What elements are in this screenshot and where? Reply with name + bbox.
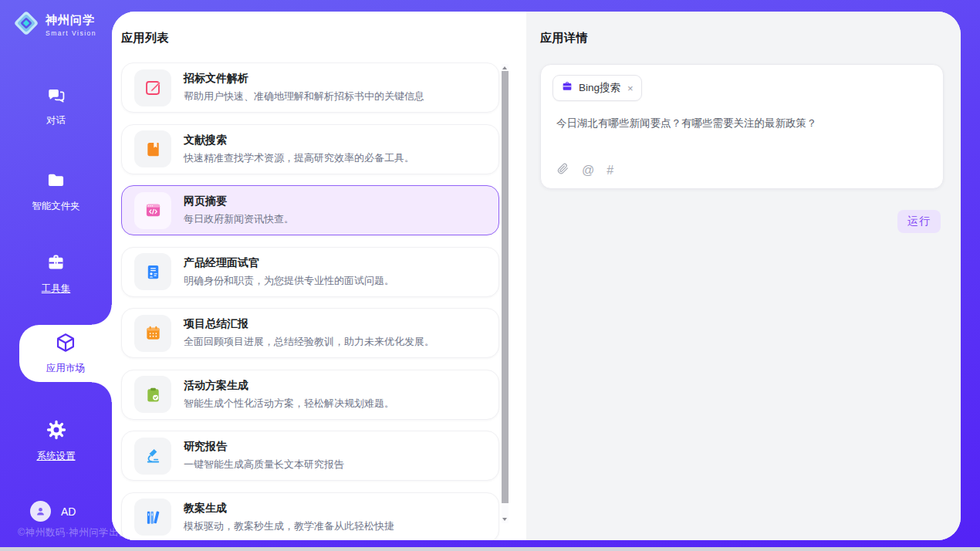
app-name: 教案生成	[184, 502, 394, 516]
folder-icon	[46, 170, 66, 194]
app-name: 文献搜索	[184, 134, 414, 147]
app-description: 模板驱动，教案秒生成，教学准备从此轻松快捷	[184, 519, 394, 533]
sidebar-item-toolset[interactable]: 工具集	[0, 252, 112, 296]
bottom-edge-strip	[0, 547, 980, 551]
app-name: 项目总结汇报	[184, 317, 434, 331]
app-name: 研究报告	[184, 440, 344, 454]
tool-chip-bing-search[interactable]: Bing搜索 ×	[553, 75, 642, 101]
sidebar: 神州问学 Smart Vision 对话 智能文件夹	[0, 0, 112, 551]
briefcase-icon	[561, 80, 573, 96]
user-initials: AD	[61, 505, 76, 518]
hash-tag-icon[interactable]: #	[607, 164, 613, 177]
app-card-pm-interviewer[interactable]: 产品经理面试官 明确身份和职责，为您提供专业性的面试问题。	[121, 247, 499, 297]
browser-code-icon	[134, 192, 171, 229]
user-account[interactable]: AD	[30, 501, 76, 522]
calendar-icon	[134, 315, 171, 352]
app-card-research-report[interactable]: 研究报告 一键智能生成高质量长文本研究报告	[121, 431, 499, 481]
edit-document-icon	[134, 69, 171, 106]
bubble-curve-bottom	[92, 382, 112, 402]
diamond-logo-icon	[12, 9, 40, 40]
sidebar-item-label: 工具集	[42, 282, 71, 296]
sidebar-item-label: 对话	[46, 114, 66, 127]
app-card-lesson-plan[interactable]: 教案生成 模板驱动，教案秒生成，教学准备从此轻松快捷	[121, 492, 499, 541]
app-name: 产品经理面试官	[184, 256, 394, 270]
book-icon	[134, 130, 171, 167]
brand-name: 神州问学	[46, 13, 96, 28]
app-description: 一键智能生成高质量长文本研究报告	[184, 458, 344, 472]
app-description: 帮助用户快速、准确地理解和解析招标书中的关键信息	[184, 90, 424, 103]
cube-icon	[55, 332, 76, 357]
list-scrollbar[interactable]	[502, 64, 509, 523]
prompt-card: Bing搜索 × 今日湖北有哪些新闻要点？有哪些需要关注的最新政策？ @ #	[540, 64, 944, 189]
books-icon	[134, 499, 171, 536]
prompt-text[interactable]: 今日湖北有哪些新闻要点？有哪些需要关注的最新政策？	[556, 116, 928, 131]
app-detail-panel: 应用详情 Bing搜索 × 今日湖北有哪些新闻要点？有哪些需要关注的最新政策？	[526, 12, 961, 540]
app-description: 每日政府新闻资讯快查。	[184, 212, 294, 226]
run-button[interactable]: 运行	[897, 210, 941, 233]
avatar	[30, 501, 51, 522]
app-description: 明确身份和职责，为您提供专业性的面试问题。	[184, 274, 394, 288]
app-card-web-summary[interactable]: 网页摘要 每日政府新闻资讯快查。	[121, 185, 499, 235]
app-name: 招标文件解析	[184, 72, 424, 86]
chat-icon	[46, 85, 66, 108]
app-description: 智能生成个性化活动方案，轻松解决规划难题。	[184, 397, 394, 411]
microscope-icon	[134, 438, 171, 475]
app-card-bid-parsing[interactable]: 招标文件解析 帮助用户快速、准确地理解和解析招标书中的关键信息	[121, 63, 499, 113]
paperclip-icon[interactable]	[556, 162, 569, 178]
app-list-panel: 应用列表 招标文件解析 帮助用户快速、准确地理解和解析招标书中的关键信息	[112, 12, 526, 540]
clipboard-check-icon	[134, 376, 171, 413]
app-detail-title: 应用详情	[540, 31, 588, 46]
scroll-up-arrow-icon[interactable]	[502, 66, 507, 69]
app-list-title: 应用列表	[121, 31, 169, 46]
app-card-list: 招标文件解析 帮助用户快速、准确地理解和解析招标书中的关键信息 文献搜索 快速精…	[121, 63, 499, 540]
resume-icon	[134, 253, 171, 290]
app-description: 全面回顾项目进展，总结经验教训，助力未来优化发展。	[184, 335, 434, 349]
bubble-curve-top	[92, 305, 112, 325]
tool-chip-label: Bing搜索	[579, 81, 620, 95]
scroll-down-arrow-icon[interactable]	[502, 518, 507, 521]
app-name: 活动方案生成	[184, 379, 394, 393]
sidebar-item-label: 智能文件夹	[32, 200, 80, 213]
composer-toolbar: @ #	[556, 162, 613, 178]
scrollbar-thumb[interactable]	[502, 71, 509, 503]
brand-logo: 神州问学 Smart Vision	[12, 9, 96, 40]
toolbox-icon	[46, 252, 66, 276]
app-card-literature-search[interactable]: 文献搜索 快速精准查找学术资源，提高研究效率的必备工具。	[121, 124, 499, 174]
sidebar-item-label: 应用市场	[46, 362, 85, 375]
app-name: 网页摘要	[184, 194, 294, 208]
gear-icon	[46, 419, 67, 444]
chip-close-icon[interactable]: ×	[627, 83, 634, 94]
sidebar-item-smart-folder[interactable]: 智能文件夹	[0, 170, 112, 213]
sidebar-item-chat[interactable]: 对话	[0, 85, 112, 127]
app-card-event-plan[interactable]: 活动方案生成 智能生成个性化活动方案，轻松解决规划难题。	[121, 370, 499, 420]
sidebar-item-app-market[interactable]: 应用市场	[19, 325, 112, 382]
copyright-footer: ©神州数码·神州问学出品	[18, 526, 129, 539]
sidebar-item-label: 系统设置	[37, 450, 76, 463]
sidebar-item-settings[interactable]: 系统设置	[0, 419, 112, 463]
main-panel: 应用列表 招标文件解析 帮助用户快速、准确地理解和解析招标书中的关键信息	[112, 12, 961, 540]
app-card-project-summary[interactable]: 项目总结汇报 全面回顾项目进展，总结经验教训，助力未来优化发展。	[121, 308, 499, 358]
at-mention-icon[interactable]: @	[582, 164, 594, 177]
brand-subtitle: Smart Vision	[46, 29, 96, 37]
app-description: 快速精准查找学术资源，提高研究效率的必备工具。	[184, 151, 414, 165]
